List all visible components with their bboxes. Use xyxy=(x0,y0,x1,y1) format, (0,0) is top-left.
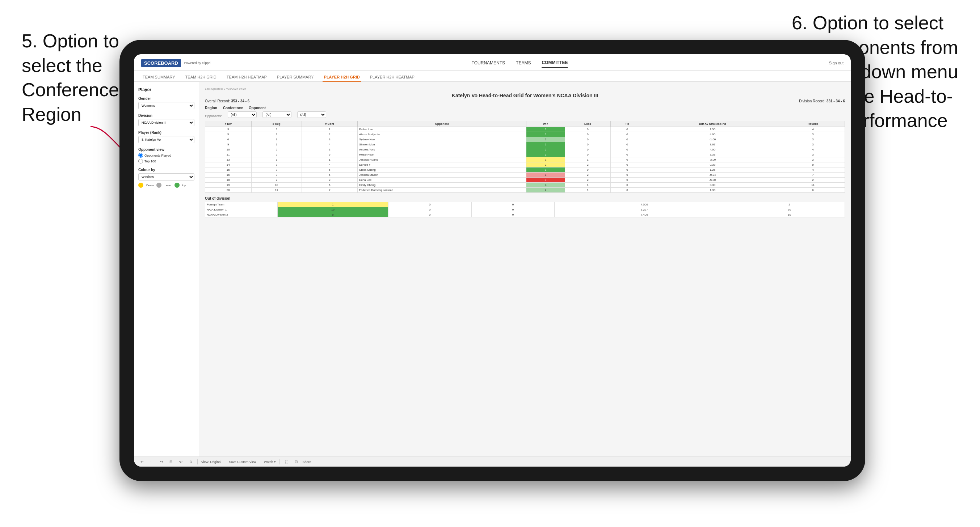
cell-opponent: Esther Lee xyxy=(357,127,526,132)
opponents-played-radio[interactable] xyxy=(138,153,143,158)
cell-loss: 0 xyxy=(565,152,610,157)
sub-nav-team-h2h-grid[interactable]: TEAM H2H GRID xyxy=(184,73,218,81)
cell-tie: 0 xyxy=(610,173,644,178)
toolbar-wave[interactable]: ∿· xyxy=(177,459,184,464)
cell-div: 20 xyxy=(205,188,251,193)
cell-diff: 7.400 xyxy=(555,212,734,217)
cell-reg: 10 xyxy=(251,183,302,188)
nav-tournaments[interactable]: TOURNAMENTS xyxy=(472,58,505,68)
colour-by-select[interactable]: Win/loss xyxy=(138,173,194,181)
cell-rounds: 10 xyxy=(734,212,845,217)
division-select[interactable]: NCAA Division III xyxy=(138,119,194,126)
toolbar-share[interactable]: Share xyxy=(303,460,311,464)
cell-opponent: Emily Chang xyxy=(357,183,526,188)
cell-win: 1 xyxy=(527,152,565,157)
opponent-select[interactable]: (All) xyxy=(297,111,326,118)
cell-tie: 0 xyxy=(610,142,644,147)
cell-rounds: 3 xyxy=(781,152,845,157)
cell-opponent: NCAA Division 2 xyxy=(205,212,278,217)
toolbar-grid2[interactable]: ⊡ xyxy=(293,459,299,464)
player-rank-select[interactable]: 8. Katelyn Vo xyxy=(138,136,194,143)
table-row: 15 8 5 Stella Cheng 1 0 0 1.25 4 xyxy=(205,167,845,173)
cell-opponent: Federica Domecq Lacroze xyxy=(357,188,526,193)
cell-opponent: Euna Lee xyxy=(357,178,526,183)
sub-nav-team-summary[interactable]: TEAM SUMMARY xyxy=(141,73,177,81)
table-row: 9 1 4 Sharon Mun 1 0 0 3.67 3 xyxy=(205,142,845,147)
col-opponent: Opponent xyxy=(357,121,526,127)
nav-committee[interactable]: COMMITTEE xyxy=(542,58,568,68)
brand-logo: SCOREBOARD xyxy=(141,59,181,67)
filter-row: Region Conference Opponent xyxy=(205,106,845,110)
opponent-view-label: Opponent view xyxy=(138,148,194,152)
toolbar-redo[interactable]: ↪ xyxy=(159,459,164,464)
col-div: # Div xyxy=(205,121,251,127)
tablet-screen: SCOREBOARD Powered by clippd TOURNAMENTS… xyxy=(134,54,851,467)
nav-teams[interactable]: TEAMS xyxy=(516,58,531,68)
cell-div: 19 xyxy=(205,183,251,188)
cell-win: 1 xyxy=(527,173,565,178)
sub-nav-player-h2h-heatmap[interactable]: PLAYER H2H HEATMAP xyxy=(369,73,416,81)
brand-area: SCOREBOARD Powered by clippd xyxy=(141,59,210,67)
region-select[interactable]: (All) xyxy=(228,111,257,118)
cell-opponent: Stella Cheng xyxy=(357,167,526,173)
filter-section: Region Conference Opponent Opponents: (A… xyxy=(205,106,845,118)
nav-links: TOURNAMENTS TEAMS COMMITTEE xyxy=(472,58,568,68)
toolbar-share-icon[interactable]: ⬚ xyxy=(283,459,290,464)
toolbar-view-original[interactable]: View: Original xyxy=(201,460,221,464)
table-row: 20 11 7 Federica Domecq Lacroze 2 1 0 1.… xyxy=(205,188,845,193)
cell-diff: -0.94 xyxy=(644,173,781,178)
cell-diff: 3.67 xyxy=(644,142,781,147)
cell-opponent: Alexis Sudijanto xyxy=(357,132,526,137)
out-of-division-row: NAIA Division 1 15 0 0 9.267 30 xyxy=(205,207,845,212)
out-of-division-row: NCAA Division 2 5 0 0 7.400 10 xyxy=(205,212,845,217)
cell-reg: 3 xyxy=(251,127,302,132)
sub-nav-player-summary[interactable]: PLAYER SUMMARY xyxy=(275,73,315,81)
table-row: 14 7 4 Eunice Yi 2 2 0 0.38 9 xyxy=(205,162,845,167)
cell-rounds: 30 xyxy=(734,207,845,212)
toolbar-back[interactable]: ← xyxy=(148,459,155,464)
division-label: Division xyxy=(138,114,194,117)
up-label: Up xyxy=(183,184,186,187)
division-record-label: Division Record: 331 - 34 - 6 xyxy=(799,99,845,103)
cell-div: 5 xyxy=(205,132,251,137)
cell-reg: 8 xyxy=(251,167,302,173)
cell-conf: 6 xyxy=(302,183,358,188)
cell-div: 3 xyxy=(205,127,251,132)
cell-rounds: 11 xyxy=(781,183,845,188)
cell-reg: 3 xyxy=(251,137,302,142)
cell-loss: 2 xyxy=(565,173,610,178)
cell-win: 2 xyxy=(527,147,565,152)
sidebar: Player Gender Women's Division NCAA Divi… xyxy=(134,82,199,457)
out-of-division-table: Foreign Team 1 0 0 4.500 2 NAIA Division… xyxy=(205,202,845,217)
conference-select[interactable]: (All) xyxy=(262,111,291,118)
toolbar-sep-4 xyxy=(280,459,280,464)
level-label: Level xyxy=(164,184,171,187)
toolbar-undo[interactable]: ↩ xyxy=(139,459,145,464)
cell-win: 1 xyxy=(527,157,565,162)
cell-opponent: Eunice Yi xyxy=(357,162,526,167)
cell-diff: 9.267 xyxy=(555,207,734,212)
cell-loss: 0 xyxy=(565,142,610,147)
opponents-label: Opponents: xyxy=(205,114,222,118)
cell-reg: 3 xyxy=(251,173,302,178)
table-row: 19 10 6 Emily Chang 4 1 0 0.30 11 xyxy=(205,183,845,188)
cell-win: 5 xyxy=(278,212,388,217)
toolbar-sep-2 xyxy=(225,459,225,464)
toolbar-save-custom[interactable]: Save Custom View xyxy=(229,460,256,464)
sub-navigation: TEAM SUMMARY TEAM H2H GRID TEAM H2H HEAT… xyxy=(134,70,851,82)
top100-radio[interactable] xyxy=(138,159,143,163)
sidebar-player-title: Player xyxy=(138,87,194,92)
cell-loss: 0 xyxy=(388,207,471,212)
cell-reg: 1 xyxy=(251,157,302,162)
gender-select[interactable]: Women's xyxy=(138,102,194,109)
toolbar-circle[interactable]: ⊙ xyxy=(188,459,194,464)
cell-rounds: 4 xyxy=(781,167,845,173)
cell-win: 2 xyxy=(527,162,565,167)
toolbar-watch[interactable]: Watch ▾ xyxy=(264,460,276,464)
sub-nav-player-h2h-grid[interactable]: PLAYER H2H GRID xyxy=(323,73,361,82)
cell-conf: 1 xyxy=(302,127,358,132)
sub-nav-team-h2h-heatmap[interactable]: TEAM H2H HEATMAP xyxy=(225,73,268,81)
toolbar-grid[interactable]: ⊞ xyxy=(168,459,174,464)
sign-out-button[interactable]: Sign out xyxy=(829,61,843,65)
cell-rounds: 3 xyxy=(781,142,845,147)
